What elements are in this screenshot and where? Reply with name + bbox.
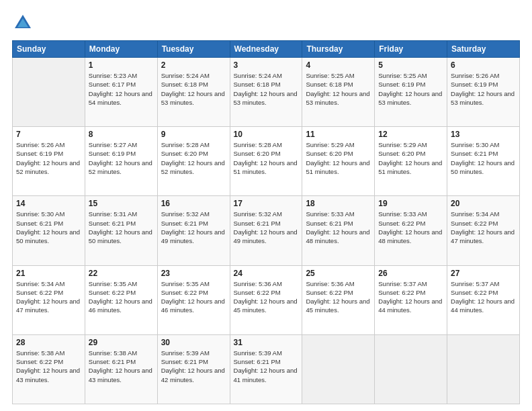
calendar-cell <box>13 58 85 127</box>
day-number: 2 <box>161 60 226 70</box>
calendar-cell: 17 Sunrise: 5:32 AM Sunset: 6:21 PM Dayl… <box>230 196 302 265</box>
day-number: 18 <box>306 199 371 208</box>
calendar-week-4: 21 Sunrise: 5:34 AM Sunset: 6:22 PM Dayl… <box>13 265 520 334</box>
day-number: 13 <box>451 130 516 139</box>
calendar-cell: 22 Sunrise: 5:35 AM Sunset: 6:22 PM Dayl… <box>85 265 157 334</box>
day-number: 15 <box>89 199 154 208</box>
day-info: Sunrise: 5:38 AM Sunset: 6:22 PM Dayligh… <box>16 349 81 384</box>
day-info: Sunrise: 5:28 AM Sunset: 6:20 PM Dayligh… <box>234 140 299 176</box>
day-number: 26 <box>378 269 443 278</box>
calendar-week-2: 7 Sunrise: 5:26 AM Sunset: 6:19 PM Dayli… <box>13 127 520 196</box>
day-info: Sunrise: 5:32 AM Sunset: 6:21 PM Dayligh… <box>161 210 226 245</box>
day-info: Sunrise: 5:37 AM Sunset: 6:22 PM Dayligh… <box>451 279 516 315</box>
calendar-cell: 13 Sunrise: 5:30 AM Sunset: 6:21 PM Dayl… <box>447 127 520 196</box>
day-number: 7 <box>16 130 81 139</box>
day-number: 5 <box>378 60 443 70</box>
day-info: Sunrise: 5:30 AM Sunset: 6:21 PM Dayligh… <box>16 210 81 245</box>
day-number: 30 <box>161 338 226 347</box>
calendar-cell <box>447 334 520 404</box>
calendar-week-1: 1 Sunrise: 5:23 AM Sunset: 6:17 PM Dayli… <box>13 58 520 127</box>
calendar-cell: 23 Sunrise: 5:35 AM Sunset: 6:22 PM Dayl… <box>157 265 230 334</box>
logo-icon <box>12 12 34 34</box>
calendar-cell: 15 Sunrise: 5:31 AM Sunset: 6:21 PM Dayl… <box>85 196 157 265</box>
calendar-cell: 7 Sunrise: 5:26 AM Sunset: 6:19 PM Dayli… <box>13 127 85 196</box>
day-number: 16 <box>161 199 226 208</box>
calendar-cell: 8 Sunrise: 5:27 AM Sunset: 6:19 PM Dayli… <box>85 127 157 196</box>
calendar-cell: 24 Sunrise: 5:36 AM Sunset: 6:22 PM Dayl… <box>230 265 302 334</box>
day-number: 25 <box>306 269 371 278</box>
calendar-cell <box>375 334 447 404</box>
calendar-cell: 4 Sunrise: 5:25 AM Sunset: 6:18 PM Dayli… <box>302 58 375 127</box>
calendar-cell <box>302 334 375 404</box>
day-info: Sunrise: 5:35 AM Sunset: 6:22 PM Dayligh… <box>89 279 154 315</box>
day-number: 9 <box>161 130 226 139</box>
day-info: Sunrise: 5:34 AM Sunset: 6:22 PM Dayligh… <box>16 279 81 315</box>
day-info: Sunrise: 5:33 AM Sunset: 6:22 PM Dayligh… <box>378 210 443 245</box>
day-info: Sunrise: 5:39 AM Sunset: 6:21 PM Dayligh… <box>234 349 299 384</box>
day-info: Sunrise: 5:26 AM Sunset: 6:19 PM Dayligh… <box>451 71 516 107</box>
day-info: Sunrise: 5:25 AM Sunset: 6:19 PM Dayligh… <box>378 71 443 107</box>
day-number: 11 <box>306 130 371 139</box>
calendar-header-tuesday: Tuesday <box>157 41 230 58</box>
calendar-cell: 25 Sunrise: 5:36 AM Sunset: 6:22 PM Dayl… <box>302 265 375 334</box>
day-number: 17 <box>234 199 299 208</box>
calendar-cell: 10 Sunrise: 5:28 AM Sunset: 6:20 PM Dayl… <box>230 127 302 196</box>
day-info: Sunrise: 5:28 AM Sunset: 6:20 PM Dayligh… <box>161 140 226 176</box>
calendar-cell: 19 Sunrise: 5:33 AM Sunset: 6:22 PM Dayl… <box>375 196 447 265</box>
day-info: Sunrise: 5:39 AM Sunset: 6:21 PM Dayligh… <box>161 349 226 384</box>
day-info: Sunrise: 5:24 AM Sunset: 6:18 PM Dayligh… <box>161 71 226 107</box>
calendar-cell: 31 Sunrise: 5:39 AM Sunset: 6:21 PM Dayl… <box>230 334 302 404</box>
calendar-table: SundayMondayTuesdayWednesdayThursdayFrid… <box>12 40 520 404</box>
calendar-header-monday: Monday <box>85 41 157 58</box>
day-info: Sunrise: 5:36 AM Sunset: 6:22 PM Dayligh… <box>234 279 299 315</box>
calendar-cell: 12 Sunrise: 5:29 AM Sunset: 6:20 PM Dayl… <box>375 127 447 196</box>
calendar-cell: 6 Sunrise: 5:26 AM Sunset: 6:19 PM Dayli… <box>447 58 520 127</box>
calendar-header-sunday: Sunday <box>13 41 85 58</box>
day-number: 3 <box>234 60 299 70</box>
calendar-cell: 3 Sunrise: 5:24 AM Sunset: 6:18 PM Dayli… <box>230 58 302 127</box>
day-number: 27 <box>451 269 516 278</box>
day-info: Sunrise: 5:29 AM Sunset: 6:20 PM Dayligh… <box>306 140 371 176</box>
calendar-cell: 14 Sunrise: 5:30 AM Sunset: 6:21 PM Dayl… <box>13 196 85 265</box>
day-info: Sunrise: 5:36 AM Sunset: 6:22 PM Dayligh… <box>306 279 371 315</box>
day-number: 6 <box>451 60 516 70</box>
calendar-header-saturday: Saturday <box>447 41 520 58</box>
day-number: 31 <box>234 338 299 347</box>
day-info: Sunrise: 5:32 AM Sunset: 6:21 PM Dayligh… <box>234 210 299 245</box>
calendar-cell: 11 Sunrise: 5:29 AM Sunset: 6:20 PM Dayl… <box>302 127 375 196</box>
calendar-cell: 16 Sunrise: 5:32 AM Sunset: 6:21 PM Dayl… <box>157 196 230 265</box>
calendar-cell: 26 Sunrise: 5:37 AM Sunset: 6:22 PM Dayl… <box>375 265 447 334</box>
calendar-cell: 2 Sunrise: 5:24 AM Sunset: 6:18 PM Dayli… <box>157 58 230 127</box>
day-number: 23 <box>161 269 226 278</box>
calendar-week-3: 14 Sunrise: 5:30 AM Sunset: 6:21 PM Dayl… <box>13 196 520 265</box>
day-number: 24 <box>234 269 299 278</box>
day-number: 28 <box>16 338 81 347</box>
day-number: 21 <box>16 269 81 278</box>
day-number: 20 <box>451 199 516 208</box>
calendar-cell: 5 Sunrise: 5:25 AM Sunset: 6:19 PM Dayli… <box>375 58 447 127</box>
calendar-cell: 18 Sunrise: 5:33 AM Sunset: 6:21 PM Dayl… <box>302 196 375 265</box>
day-info: Sunrise: 5:26 AM Sunset: 6:19 PM Dayligh… <box>16 140 81 176</box>
calendar-header-friday: Friday <box>375 41 447 58</box>
calendar-cell: 30 Sunrise: 5:39 AM Sunset: 6:21 PM Dayl… <box>157 334 230 404</box>
day-info: Sunrise: 5:23 AM Sunset: 6:17 PM Dayligh… <box>89 71 154 107</box>
calendar-cell: 21 Sunrise: 5:34 AM Sunset: 6:22 PM Dayl… <box>13 265 85 334</box>
day-info: Sunrise: 5:24 AM Sunset: 6:18 PM Dayligh… <box>234 71 299 107</box>
calendar-cell: 9 Sunrise: 5:28 AM Sunset: 6:20 PM Dayli… <box>157 127 230 196</box>
calendar-cell: 1 Sunrise: 5:23 AM Sunset: 6:17 PM Dayli… <box>85 58 157 127</box>
calendar-cell: 29 Sunrise: 5:38 AM Sunset: 6:21 PM Dayl… <box>85 334 157 404</box>
calendar-cell: 27 Sunrise: 5:37 AM Sunset: 6:22 PM Dayl… <box>447 265 520 334</box>
header <box>12 12 520 34</box>
calendar-week-5: 28 Sunrise: 5:38 AM Sunset: 6:22 PM Dayl… <box>13 334 520 404</box>
day-info: Sunrise: 5:34 AM Sunset: 6:22 PM Dayligh… <box>451 210 516 245</box>
day-info: Sunrise: 5:30 AM Sunset: 6:21 PM Dayligh… <box>451 140 516 176</box>
calendar-header-thursday: Thursday <box>302 41 375 58</box>
day-info: Sunrise: 5:29 AM Sunset: 6:20 PM Dayligh… <box>378 140 443 176</box>
day-info: Sunrise: 5:31 AM Sunset: 6:21 PM Dayligh… <box>89 210 154 245</box>
day-number: 19 <box>378 199 443 208</box>
page: SundayMondayTuesdayWednesdayThursdayFrid… <box>0 0 532 411</box>
day-number: 8 <box>89 130 154 139</box>
calendar-cell: 28 Sunrise: 5:38 AM Sunset: 6:22 PM Dayl… <box>13 334 85 404</box>
day-info: Sunrise: 5:37 AM Sunset: 6:22 PM Dayligh… <box>378 279 443 315</box>
day-number: 29 <box>89 338 154 347</box>
